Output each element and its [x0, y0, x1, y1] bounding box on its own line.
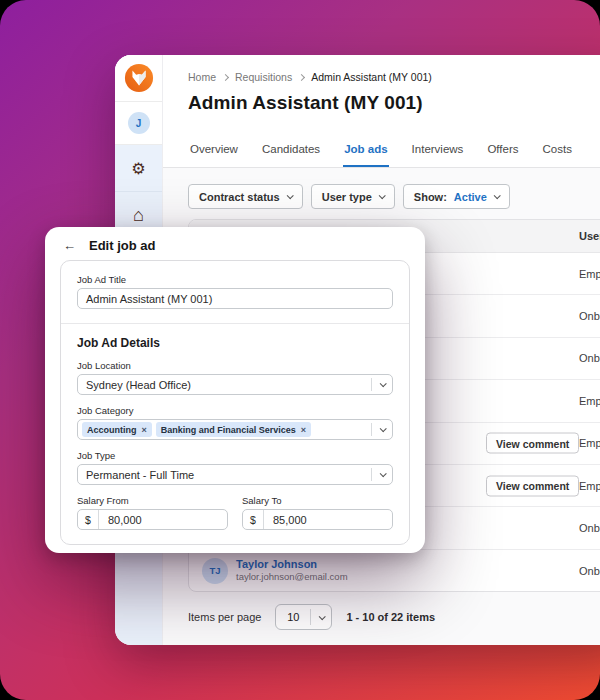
currency-prefix: $ [78, 510, 99, 529]
user-status: Onboarding [579, 352, 600, 364]
back-arrow-icon[interactable]: ← [63, 239, 76, 253]
job-category-multiselect[interactable]: Accounting × Banking and Financial Servi… [77, 419, 393, 440]
tab-job-ads[interactable]: Job ads [343, 143, 388, 167]
chevron-down-icon [319, 613, 326, 620]
items-per-page-label: Items per page [188, 611, 261, 623]
tab-costs[interactable]: Costs [541, 143, 572, 167]
user-status: Employee [579, 480, 600, 492]
job-category-label: Job Category [77, 405, 393, 416]
avatar: J [128, 112, 150, 134]
candidate-email: taylor.johnson@email.com [236, 571, 348, 583]
avatar: TJ [202, 558, 228, 584]
breadcrumb-requisitions[interactable]: Requisitions [235, 71, 292, 83]
user-status: Employee [579, 437, 600, 449]
view-comment-button[interactable]: View comment [486, 433, 579, 454]
page-title: Admin Assistant (MY 001) [163, 83, 600, 114]
app-logo[interactable] [115, 55, 162, 102]
job-location-select[interactable]: Sydney (Head Office) [77, 374, 393, 395]
category-tag: Banking and Financial Services × [156, 422, 311, 437]
home-icon: ⌂ [133, 205, 144, 226]
job-type-select[interactable]: Permanent - Full Time [77, 464, 393, 485]
filter-row: Contract status User type Show: Active [188, 184, 510, 209]
user-status: Employee [579, 268, 600, 280]
tab-offers[interactable]: Offers [486, 143, 519, 167]
user-status: Employee [579, 395, 600, 407]
panel-title: Edit job ad [89, 238, 155, 253]
user-type-filter[interactable]: User type [311, 184, 395, 209]
candidate-name-link[interactable]: Taylor Johnson [236, 558, 348, 571]
tab-bar: Overview Candidates Job ads Interviews O… [163, 143, 600, 168]
user-status: Onboarding [579, 522, 600, 534]
breadcrumb-chevron-icon [298, 74, 305, 81]
sidebar-user-avatar[interactable]: J [115, 102, 162, 145]
candidate-cell: TJ Taylor Johnson taylor.johnson@email.c… [202, 558, 348, 584]
edit-job-ad-panel: ← Edit job ad Job Ad Title Admin Assista… [45, 227, 425, 553]
breadcrumb: Home Requisitions Admin Assistant (MY 00… [163, 55, 600, 83]
page-header: Home Requisitions Admin Assistant (MY 00… [163, 55, 600, 168]
column-header-user: User [579, 220, 600, 252]
fox-logo-icon [124, 63, 154, 93]
show-filter[interactable]: Show: Active [403, 184, 510, 209]
pagination-range: 1 - 10 of 22 items [346, 611, 435, 623]
tab-overview[interactable]: Overview [189, 143, 239, 167]
job-ad-title-label: Job Ad Title [77, 274, 393, 285]
panel-header: ← Edit job ad [45, 227, 425, 253]
salary-to-input[interactable]: $ 85,000 [242, 509, 393, 530]
user-status: Onboarding [579, 565, 600, 577]
chevron-down-icon [379, 380, 386, 387]
user-status: Onboarding [579, 310, 600, 322]
remove-tag-icon[interactable]: × [301, 426, 306, 434]
view-comment-button[interactable]: View comment [486, 475, 579, 496]
items-per-page-select[interactable]: 10 [275, 604, 332, 630]
breadcrumb-chevron-icon [222, 74, 229, 81]
pagination-bar: Items per page 10 1 - 10 of 22 items [188, 604, 435, 630]
gear-icon: ⚙ [131, 159, 145, 178]
breadcrumb-home[interactable]: Home [188, 71, 216, 83]
edit-form-card: Job Ad Title Admin Assistant (MY 001) Jo… [60, 260, 410, 545]
section-title: Job Ad Details [77, 336, 393, 350]
salary-from-input[interactable]: $ 80,000 [77, 509, 228, 530]
sidebar-item-settings[interactable]: ⚙ [115, 145, 162, 192]
tab-candidates[interactable]: Candidates [261, 143, 321, 167]
desktop-background: J ⚙ ⌂ Home Requisitions Admin Assistant … [0, 0, 600, 700]
salary-from-label: Salary From [77, 495, 228, 506]
table-row[interactable]: TJ Taylor Johnson taylor.johnson@email.c… [189, 550, 600, 592]
remove-tag-icon[interactable]: × [142, 426, 147, 434]
contract-status-filter[interactable]: Contract status [188, 184, 303, 209]
job-type-label: Job Type [77, 450, 393, 461]
salary-to-label: Salary To [242, 495, 393, 506]
chevron-down-icon [378, 192, 385, 199]
chevron-down-icon [286, 192, 293, 199]
chevron-down-icon [379, 425, 386, 432]
chevron-down-icon [494, 192, 501, 199]
chevron-down-icon [379, 470, 386, 477]
divider [61, 323, 409, 324]
job-ad-title-input[interactable]: Admin Assistant (MY 001) [77, 288, 393, 309]
currency-prefix: $ [243, 510, 264, 529]
category-tag: Accounting × [82, 422, 152, 437]
job-location-label: Job Location [77, 360, 393, 371]
breadcrumb-current: Admin Assistant (MY 001) [311, 71, 432, 83]
tab-interviews[interactable]: Interviews [411, 143, 465, 167]
